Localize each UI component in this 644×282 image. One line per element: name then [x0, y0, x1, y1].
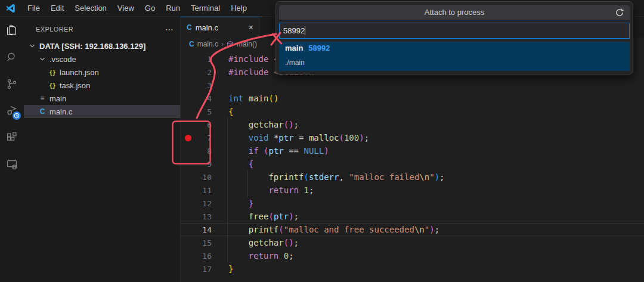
menu-help[interactable]: Help: [225, 4, 252, 13]
breakpoint-margin[interactable]: [181, 197, 195, 210]
breakpoint-margin[interactable]: [181, 262, 195, 275]
code-text: int main(): [228, 94, 278, 103]
line-number: 5: [195, 107, 212, 116]
code-text: }: [228, 264, 233, 274]
c-file-icon: C: [187, 23, 192, 32]
breakpoint-margin[interactable]: [181, 66, 195, 79]
code-line-16[interactable]: 16 return 0;: [181, 249, 644, 262]
activity-search-button[interactable]: [0, 44, 24, 70]
breadcrumb-file[interactable]: main.c: [197, 40, 218, 48]
process-name: main: [285, 44, 303, 52]
code-line-7[interactable]: 7 void *ptr = malloc(100);: [181, 131, 644, 144]
activity-bar: [0, 17, 24, 282]
breakpoint-margin[interactable]: [181, 210, 195, 223]
explorer-header: EXPLORER ⋯: [24, 17, 180, 39]
menu-edit[interactable]: Edit: [45, 4, 69, 13]
tree-item-main[interactable]: ≡main: [24, 92, 180, 105]
breakpoint-margin[interactable]: [181, 249, 195, 262]
process-id-input[interactable]: [279, 23, 630, 39]
code-text: free(ptr);: [228, 212, 299, 221]
code-line-5[interactable]: 5{: [181, 105, 644, 118]
breakpoint-margin[interactable]: [181, 144, 195, 157]
tree-item-data-ssh-192.168.136.129-[interactable]: DATA [SSH: 192.168.136.129]: [24, 39, 180, 52]
code-line-11[interactable]: 11 return 1;: [181, 184, 644, 197]
code-text: return 0;: [228, 251, 294, 261]
breakpoint-margin[interactable]: [181, 105, 195, 118]
code-text: printf("malloc and free succeeded\n");: [228, 225, 439, 234]
code-editor[interactable]: 1#include <stdlib.h>2#include <stdio.h>3…: [181, 51, 644, 282]
symbol-method-icon: [227, 41, 234, 48]
line-number: 12: [195, 199, 212, 208]
activity-explorer-button[interactable]: [0, 17, 24, 44]
code-line-4[interactable]: 4int main(): [181, 92, 644, 105]
activity-source-control-button[interactable]: [0, 70, 24, 97]
breakpoint-margin[interactable]: [181, 118, 195, 131]
breakpoint-margin[interactable]: [181, 131, 195, 144]
search-icon: [5, 51, 18, 64]
breakpoint-margin[interactable]: [181, 236, 195, 249]
menu-file[interactable]: File: [22, 4, 45, 13]
tab-label: main.c: [196, 23, 218, 32]
menu-selection[interactable]: Selection: [69, 4, 112, 13]
code-line-8[interactable]: 8 if (ptr == NULL): [181, 144, 644, 157]
line-number: 9: [195, 160, 212, 169]
process-pid: 58992: [308, 44, 330, 52]
line-number: 7: [195, 134, 212, 142]
code-line-13[interactable]: 13 free(ptr);: [181, 210, 644, 223]
tree-item-label: launch.json: [60, 68, 99, 77]
menu-terminal[interactable]: Terminal: [185, 4, 225, 13]
tab-close-icon[interactable]: ×: [249, 23, 253, 32]
code-line-6[interactable]: 6 getchar();: [181, 118, 644, 131]
json-file-icon: { }: [48, 82, 57, 89]
breakpoint-margin[interactable]: [181, 157, 195, 171]
code-line-10[interactable]: 10 fprintf(stderr, "malloc failed\n");: [181, 171, 644, 184]
process-list-item[interactable]: main58992./main: [279, 42, 630, 71]
code-line-12[interactable]: 12 }: [181, 197, 644, 210]
line-number: 3: [195, 81, 212, 90]
refresh-icon: [614, 7, 625, 18]
file-tree: DATA [SSH: 192.168.136.129].vscode{ }lau…: [24, 39, 180, 118]
breakpoint-dot[interactable]: [185, 135, 191, 141]
code-line-3[interactable]: 3: [181, 79, 644, 92]
refresh-button[interactable]: [614, 7, 625, 18]
process-input-wrap: [279, 23, 630, 39]
remote-explorer-icon: [5, 158, 18, 171]
activity-run-debug-button[interactable]: [0, 97, 24, 124]
tree-item-task.json[interactable]: { }task.json: [24, 79, 180, 92]
code-line-15[interactable]: 15 getchar();: [181, 236, 644, 249]
breadcrumb-symbol[interactable]: main(): [237, 40, 257, 48]
menu-view[interactable]: View: [112, 4, 140, 13]
line-number: 4: [195, 94, 212, 103]
breakpoint-margin[interactable]: [181, 171, 195, 184]
debug-session-badge: [13, 111, 21, 120]
line-number: 1: [195, 55, 212, 64]
tab-main-c[interactable]: C main.c ×: [181, 17, 260, 38]
tree-item-launch.json[interactable]: { }launch.json: [24, 66, 180, 79]
tree-item-label: task.json: [60, 81, 90, 90]
tree-item-.vscode[interactable]: .vscode: [24, 52, 180, 66]
breakpoint-margin[interactable]: [181, 79, 195, 92]
activity-extensions-button[interactable]: [0, 124, 24, 151]
menu-go[interactable]: Go: [140, 4, 160, 13]
activity-remote-explorer-button[interactable]: [0, 151, 24, 178]
chevron-down-icon: [27, 42, 37, 50]
code-line-17[interactable]: 17}: [181, 262, 644, 275]
breakpoint-margin[interactable]: [181, 52, 195, 66]
vscode-logo-icon: [5, 3, 16, 14]
quickpick-title-bar: Attach to process: [279, 5, 630, 20]
chevron-right-icon: ›: [221, 40, 224, 48]
more-actions-icon[interactable]: ⋯: [165, 24, 174, 34]
code-text: getchar();: [228, 238, 299, 247]
breakpoint-margin[interactable]: [181, 92, 195, 105]
line-number: 2: [195, 68, 212, 77]
process-path: ./main: [285, 57, 630, 69]
breakpoint-margin[interactable]: [181, 184, 195, 197]
tree-item-label: main: [49, 94, 66, 103]
code-line-9[interactable]: 9 {: [181, 157, 644, 171]
explorer-title: EXPLORER: [36, 26, 73, 33]
tree-item-main.c[interactable]: Cmain.c: [24, 105, 180, 118]
breakpoint-margin[interactable]: [181, 223, 195, 236]
quickpick-title: Attach to process: [425, 8, 484, 17]
code-line-14[interactable]: 14 printf("malloc and free succeeded\n")…: [181, 223, 644, 236]
menu-run[interactable]: Run: [160, 4, 185, 13]
